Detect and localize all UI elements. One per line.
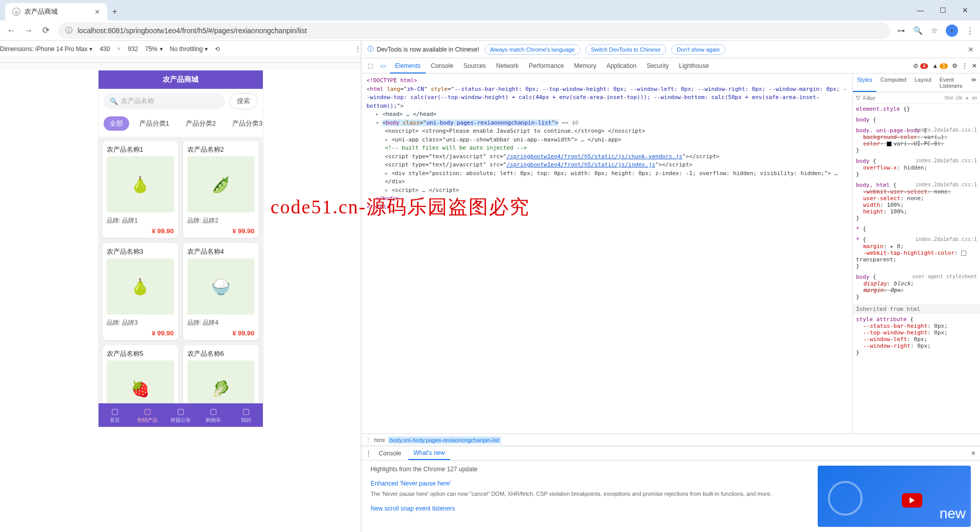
play-icon bbox=[902, 493, 922, 507]
product-price: ¥ 99.90 bbox=[187, 329, 255, 337]
styles-panel: StylesComputedLayoutEvent Listeners≫ ▽ :… bbox=[852, 74, 980, 433]
whatsnew-sec1-title[interactable]: Enhanced 'Never pause here' bbox=[371, 480, 802, 487]
styles-more-icon[interactable]: ≫ bbox=[968, 74, 980, 92]
product-name: 农产品名称1 bbox=[107, 145, 174, 154]
product-card[interactable]: 农产品名称3🍐品牌: 品牌3¥ 99.90 bbox=[103, 243, 178, 340]
drawer-close-icon[interactable]: ✕ bbox=[971, 450, 976, 457]
new-rule-icon[interactable]: + bbox=[966, 95, 969, 101]
category-pill[interactable]: 全部 bbox=[104, 116, 129, 131]
product-card[interactable]: 农产品名称6🥬 bbox=[183, 345, 259, 403]
banner-pill-2[interactable]: Don't show again bbox=[671, 44, 725, 55]
whatsnew-highlights: Highlights from the Chrome 127 update bbox=[371, 466, 802, 473]
styles-subtab[interactable]: Layout bbox=[911, 74, 936, 92]
zoom-icon[interactable]: 🔍 bbox=[913, 26, 923, 35]
search-button[interactable]: 搜索 bbox=[229, 93, 258, 109]
tab-favicon-icon: ◎ bbox=[12, 8, 20, 16]
browser-toolbar: ← → ⟳ ⓘ localhost:8081/springbootw1eo4/f… bbox=[0, 20, 980, 41]
tabbar-item[interactable]: ▢购物车 bbox=[197, 403, 230, 427]
devtools-banner: DevTools is now available in Chinese! Al… bbox=[361, 41, 980, 58]
styles-rules[interactable]: element.style {}body {</span><div class=… bbox=[853, 104, 980, 433]
devtools-panel-tab[interactable]: Lighthouse bbox=[674, 59, 714, 72]
styles-subtab[interactable]: Styles bbox=[853, 74, 876, 92]
tabbar-icon: ▢ bbox=[177, 407, 184, 416]
devtools-panel-tab[interactable]: Sources bbox=[458, 59, 491, 72]
devtools-panel-tab[interactable]: Memory bbox=[569, 59, 601, 72]
ruler bbox=[0, 57, 361, 68]
category-pill[interactable]: 产品分类3 bbox=[226, 116, 263, 131]
drawer-tab-console[interactable]: Console bbox=[374, 447, 406, 460]
product-card[interactable]: 农产品名称1🍐品牌: 品牌1¥ 99.90 bbox=[103, 141, 178, 238]
product-brand: 品牌: 品牌1 bbox=[107, 216, 174, 225]
devtools-panel-tab[interactable]: Security bbox=[642, 59, 674, 72]
banner-close-icon[interactable]: ✕ bbox=[968, 45, 974, 54]
styles-subtab[interactable]: Event Listeners bbox=[936, 74, 968, 92]
banner-message: DevTools is now available in Chinese! bbox=[368, 45, 479, 54]
product-image: 🥬 bbox=[187, 360, 255, 403]
elements-panel[interactable]: <!DOCTYPE html> <html lang="zh-CN" style… bbox=[361, 74, 852, 433]
devtools-panel-tab[interactable]: Network bbox=[491, 59, 524, 72]
whatsnew-video-promo[interactable]: new bbox=[818, 466, 971, 527]
product-brand: 品牌: 品牌2 bbox=[187, 216, 255, 225]
drawer-menu-icon[interactable]: ⋮ bbox=[365, 450, 372, 457]
device-toolbar: Dimensions: iPhone 14 Pro Max ▾ 430 × 93… bbox=[0, 41, 361, 57]
product-grid: 农产品名称1🍐品牌: 品牌1¥ 99.90农产品名称2🫛品牌: 品牌2¥ 99.… bbox=[99, 137, 263, 403]
nav-forward-icon[interactable]: → bbox=[23, 26, 34, 36]
window-close-icon[interactable]: ✕ bbox=[954, 3, 976, 18]
product-price: ¥ 99.90 bbox=[107, 329, 174, 337]
devtools-panel-tab[interactable]: Application bbox=[601, 59, 642, 72]
devtools-panel-tab[interactable]: Console bbox=[426, 59, 458, 72]
product-card[interactable]: 农产品名称4🍚品牌: 品牌4¥ 99.90 bbox=[183, 243, 259, 340]
new-tab-button[interactable]: + bbox=[107, 3, 122, 20]
window-minimize-icon[interactable]: — bbox=[910, 3, 931, 18]
device-menu-icon[interactable]: ⋮ bbox=[355, 45, 361, 53]
product-card[interactable]: 农产品名称2🫛品牌: 品牌2¥ 99.90 bbox=[183, 141, 259, 238]
tabbar-item[interactable]: ▢首页 bbox=[99, 403, 131, 427]
devtools-close-icon[interactable]: ✕ bbox=[972, 62, 977, 69]
window-maximize-icon[interactable]: ☐ bbox=[932, 3, 953, 18]
settings-icon[interactable]: ⚙ bbox=[952, 62, 958, 69]
device-mode-icon[interactable]: ▭ bbox=[377, 60, 389, 71]
rotate-icon[interactable]: ⟲ bbox=[215, 45, 220, 53]
breadcrumb-menu-icon[interactable]: ⋮ bbox=[365, 437, 371, 443]
whatsnew-sec2-title[interactable]: New scroll snap event listeners bbox=[371, 505, 802, 512]
nav-reload-icon[interactable]: ⟳ bbox=[41, 25, 51, 36]
devtools-panel-tab[interactable]: Performance bbox=[524, 59, 569, 72]
tab-close-icon[interactable]: ✕ bbox=[94, 8, 100, 16]
browser-menu-icon[interactable]: ⋮ bbox=[966, 26, 974, 35]
bookmark-icon[interactable]: ☆ bbox=[931, 26, 938, 35]
search-input[interactable]: 🔍 农产品名称 bbox=[104, 93, 225, 109]
device-zoom[interactable]: 75% ▾ bbox=[145, 45, 163, 53]
tabbar-item[interactable]: ▢我的 bbox=[230, 403, 262, 427]
styles-toggle-icon[interactable]: ▭ bbox=[972, 94, 977, 101]
device-width[interactable]: 430 bbox=[100, 45, 110, 53]
tabbar-icon: ▢ bbox=[210, 407, 217, 416]
error-badge[interactable]: ⊘ 4 bbox=[913, 62, 928, 69]
banner-pill-1[interactable]: Switch DevTools to Chinese bbox=[585, 44, 666, 55]
banner-pill-0[interactable]: Always match Chrome's language bbox=[484, 44, 580, 55]
category-pill[interactable]: 产品分类2 bbox=[180, 116, 222, 131]
device-height[interactable]: 932 bbox=[128, 45, 138, 53]
password-icon[interactable]: ⊶ bbox=[897, 26, 905, 35]
device-throttling[interactable]: No throttling ▾ bbox=[170, 45, 208, 53]
profile-avatar[interactable]: • bbox=[946, 25, 958, 37]
styles-subtab[interactable]: Computed bbox=[876, 74, 911, 92]
devtools-menu-icon[interactable]: ⋮ bbox=[962, 62, 968, 69]
drawer-tab-whatsnew[interactable]: What's new bbox=[408, 447, 450, 460]
devtools-panel-tab[interactable]: Elements bbox=[390, 59, 426, 74]
tabbar-item[interactable]: ▢拼团公告 bbox=[164, 403, 197, 427]
device-select[interactable]: Dimensions: iPhone 14 Pro Max ▾ bbox=[0, 45, 92, 53]
tabbar-item[interactable]: ▢热销产品 bbox=[131, 403, 164, 427]
browser-tab[interactable]: ◎ 农产品商城 ✕ bbox=[5, 3, 107, 20]
category-pill[interactable]: 产品分类1 bbox=[133, 116, 176, 131]
dom-breadcrumb[interactable]: ⋮ html body.uni-body.pages-rexiaonongcha… bbox=[361, 433, 980, 446]
product-image: 🫛 bbox=[187, 156, 255, 212]
site-info-icon[interactable]: ⓘ bbox=[65, 26, 72, 35]
warn-badge[interactable]: ▲ 1 bbox=[932, 62, 948, 69]
url-field[interactable]: ⓘ localhost:8081/springbootw1eo4/front/h… bbox=[58, 22, 890, 39]
product-name: 农产品名称6 bbox=[187, 349, 255, 358]
product-image: 🍚 bbox=[187, 258, 255, 315]
styles-filter-input[interactable] bbox=[863, 95, 941, 101]
product-card[interactable]: 农产品名称5🍓 bbox=[103, 345, 178, 403]
inspect-icon[interactable]: ⬚ bbox=[364, 60, 376, 71]
nav-back-icon[interactable]: ← bbox=[6, 26, 16, 36]
